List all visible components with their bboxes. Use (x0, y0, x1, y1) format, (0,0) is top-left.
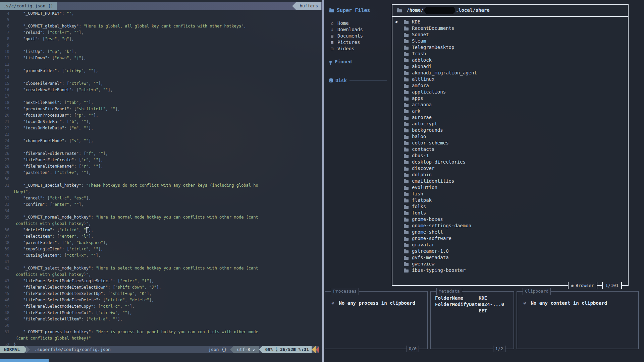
path-bar[interactable]: /home/.local/share (392, 5, 628, 17)
file-row[interactable]: baloo (392, 133, 628, 140)
file-row[interactable]: contacts (392, 146, 628, 153)
file-row[interactable]: adblock (392, 57, 628, 63)
editor-line[interactable]: 13 "pinnedFolder": ["ctrl+p", ""], (0, 68, 322, 74)
editor-line[interactable]: 40 "cutSingleItem": ["ctrl+x", ""], (0, 252, 322, 259)
file-row[interactable]: gnome-software (392, 235, 628, 242)
editor-line[interactable]: (cant conflicts global hotkey)" (0, 335, 322, 342)
editor-line[interactable]: 44 "filePanelSelectModeItemSelectDown": … (0, 284, 322, 291)
sidebar-item-pictures[interactable]: ▦Pictures (329, 39, 363, 46)
file-row[interactable]: dolphin (392, 172, 628, 178)
editor-line[interactable]: 43 "filePanelSelectModeItemSingleSelect"… (0, 278, 322, 284)
editor-line[interactable]: 25 (0, 144, 322, 150)
editor-line[interactable]: 33 "confirm": ["enter", ""], (0, 201, 322, 208)
file-row[interactable]: emailidentities (392, 178, 628, 184)
editor-line[interactable]: 50 (0, 322, 322, 329)
tab-config-json[interactable]: .s/c/config.json {} (0, 2, 57, 10)
editor-line[interactable]: 4 "_COMMIT_HOTKEY": "", (0, 10, 322, 17)
editor-line[interactable]: 11 "listDown": ["down", "j"], (0, 55, 322, 61)
file-row[interactable]: color-schemes (392, 140, 628, 146)
file-row[interactable]: gwenview (392, 261, 628, 267)
file-row[interactable]: evolution (392, 184, 628, 191)
editor-line[interactable]: 39 "copySingleItem": ["ctrl+c", ""], (0, 246, 322, 252)
file-row[interactable]: fish (392, 191, 628, 197)
file-row[interactable]: RecentDocuments (392, 25, 628, 32)
file-row[interactable]: akonadi_migration_agent (392, 70, 628, 76)
editor-line[interactable]: tkey)", (0, 189, 322, 195)
editor-line[interactable]: conflicts with global hotkey)", (0, 272, 322, 278)
editor-line[interactable]: 22 "focusOnMetaData": ["m", ""], (0, 125, 322, 131)
file-row[interactable]: flatpak (392, 197, 628, 203)
file-row[interactable]: folks (392, 203, 628, 210)
file-row[interactable]: Trash (392, 51, 628, 57)
file-row[interactable]: gnome-boxes (392, 216, 628, 223)
editor-line[interactable]: 45 "filePanelSelectModeItemSelectUp": ["… (0, 291, 322, 297)
editor-line[interactable]: 18 "nextFilePanel": ["tab", ""], (0, 100, 322, 106)
file-row[interactable]: altlinux (392, 76, 628, 82)
editor-line[interactable]: 16 "createNewFilePanel": ["ctrl+n", ""], (0, 87, 322, 93)
file-row[interactable]: gnome-shell (392, 229, 628, 235)
editor-line[interactable]: 24 "changePanelMode": ["v", ""], (0, 138, 322, 144)
editor-line[interactable]: 52} (0, 342, 322, 346)
editor-line[interactable]: 38 "parentFolder": ["h", "backspace"], (0, 240, 322, 246)
editor-line[interactable]: 5 (0, 17, 322, 23)
editor-line[interactable]: conflicts with global hotkey)", (0, 221, 322, 227)
editor-line[interactable]: 28 "filePanelItemRename": ["r", ""], (0, 163, 322, 170)
editor-line[interactable]: 48 "filePanelSelectModeItemCut": ["ctrl+… (0, 310, 322, 316)
editor-line[interactable]: 7 "reload": ["ctrl+r", ""], (0, 29, 322, 36)
file-row[interactable]: ark (392, 108, 628, 114)
editor-line[interactable]: 15 "closeFilePanel": ["ctrl+w", ""], (0, 80, 322, 87)
file-row[interactable]: backgrounds (392, 127, 628, 133)
sidebar-item-home[interactable]: ⌂Home (329, 20, 363, 26)
editor-line[interactable]: 17 (0, 93, 322, 100)
file-row[interactable]: applications (392, 89, 628, 95)
editor-line[interactable]: 49 "filePanelSelectAllItem": ["ctrl+a", … (0, 316, 322, 322)
file-row[interactable]: gstreamer-1.0 (392, 248, 628, 254)
editor-line[interactable]: 14 (0, 74, 322, 80)
editor-line[interactable]: 35 "_COMMIT_normal_mode_hotkey": "Here i… (0, 214, 322, 221)
file-row[interactable]: desktop-directories (392, 159, 628, 165)
file-row[interactable]: autocrypt (392, 121, 628, 127)
editor-line[interactable]: 37 "selectItem": ["enter", "l"], (0, 233, 322, 240)
file-row[interactable]: arianna (392, 102, 628, 108)
file-row[interactable]: Sonnet (392, 32, 628, 38)
file-row[interactable]: amfora (392, 82, 628, 89)
editor-line[interactable]: 9 (0, 42, 322, 49)
editor-line[interactable]: 21 "focusOnSideBar": ["b", ""], (0, 119, 322, 125)
editor-line[interactable]: 30 (0, 176, 322, 182)
editor-line[interactable]: 8 "quit": ["esc", "q"], (0, 36, 322, 42)
editor-line[interactable]: 47 "filePanelSelectModeItemCopy": ["ctrl… (0, 303, 322, 310)
editor-line[interactable]: 23 (0, 131, 322, 138)
editor-line[interactable]: 36 "deleteItem": ["ctrl+d", ""], (0, 227, 322, 233)
editor-line[interactable]: 46 "filePanelSelectModeItemDelete": ["ct… (0, 297, 322, 303)
editor-line[interactable]: 29 "pasteItem": ["ctrl+v", ""], (0, 170, 322, 176)
file-row[interactable]: TelegramDesktop (392, 44, 628, 51)
editor-line[interactable]: 31 "_COMMIT_special_hotkey": "These hotk… (0, 182, 322, 189)
editor-text-area[interactable]: 4 "_COMMIT_HOTKEY": "",56 "_COMMIT_globa… (0, 10, 322, 346)
file-row[interactable]: discover (392, 165, 628, 172)
file-row[interactable]: fonts (392, 210, 628, 216)
file-row[interactable]: >KDE (392, 19, 628, 25)
file-row[interactable]: Steam (392, 38, 628, 44)
editor-line[interactable]: 26 "filePanelFolderCreate": ["f", ""], (0, 150, 322, 157)
file-row[interactable]: akonadi (392, 63, 628, 70)
editor-line[interactable]: 27 "filePanelFileCreate": ["c", ""], (0, 157, 322, 163)
editor-line[interactable]: 20 "focusOnProcessBar": ["p", ""], (0, 112, 322, 119)
sidebar-item-documents[interactable]: ▤Documents (329, 33, 363, 39)
editor-line[interactable]: 41 (0, 259, 322, 265)
file-row[interactable]: apps (392, 95, 628, 102)
file-row[interactable]: gnome-settings-daemon (392, 223, 628, 229)
editor-line[interactable]: 6 "_COMMIT_global_hotkey": "Here is glob… (0, 23, 322, 29)
editor-line[interactable]: 51 "_COMMIT_process_bar_hotkey": "Here i… (0, 329, 322, 335)
editor-line[interactable]: 10 "listUp": ["up", "k"], (0, 49, 322, 55)
file-row[interactable]: aurorae (392, 114, 628, 121)
editor-line[interactable]: 12 (0, 61, 322, 68)
sidebar-item-videos[interactable]: ◫Videos (329, 46, 363, 52)
file-row[interactable]: ibus-typing-booster (392, 267, 628, 274)
file-row[interactable]: gravatar (392, 242, 628, 248)
editor-line[interactable]: 42 "_COMMIT_select_mode_hotkey": "Here i… (0, 265, 322, 272)
editor-line[interactable]: 34 (0, 208, 322, 214)
editor-line[interactable]: 19 "previousFilePanel": ["shift+left", "… (0, 106, 322, 112)
sidebar-item-downloads[interactable]: ⇩Downloads (329, 26, 363, 33)
buffers-tag[interactable]: buffers (296, 2, 321, 10)
file-row[interactable]: dbus-1 (392, 153, 628, 159)
